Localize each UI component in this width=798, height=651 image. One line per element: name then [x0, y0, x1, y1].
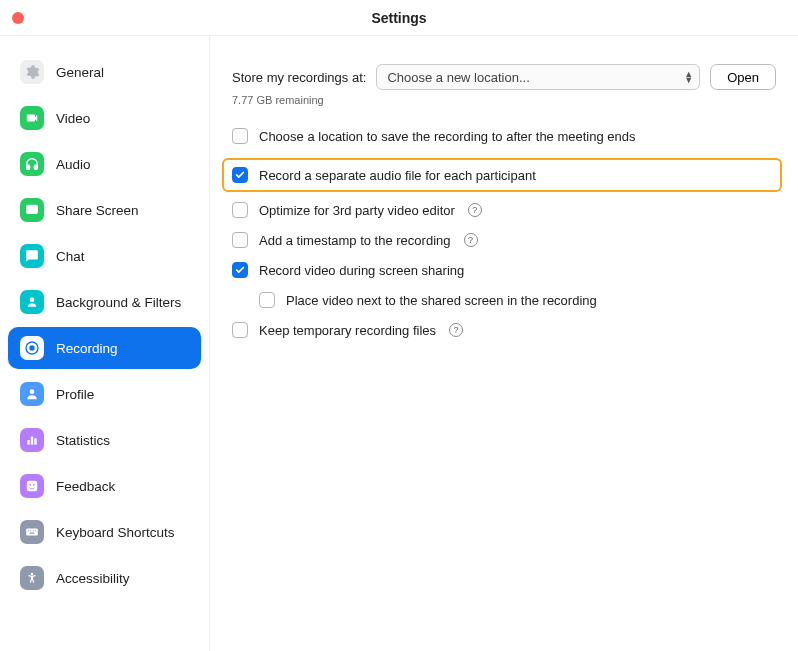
checkbox[interactable]	[232, 167, 248, 183]
option-row: Record a separate audio file for each pa…	[222, 158, 782, 192]
svg-rect-8	[27, 481, 38, 492]
svg-rect-11	[26, 529, 38, 536]
headphones-icon	[20, 152, 44, 176]
svg-point-3	[29, 345, 34, 350]
sidebar-item-share-screen[interactable]: Share Screen	[8, 189, 201, 231]
window-title: Settings	[0, 10, 798, 26]
help-icon[interactable]: ?	[449, 323, 463, 337]
svg-rect-6	[31, 437, 33, 445]
sidebar-item-label: Keyboard Shortcuts	[56, 525, 175, 540]
sidebar-item-profile[interactable]: Profile	[8, 373, 201, 415]
svg-rect-5	[27, 440, 29, 445]
checkbox[interactable]	[232, 262, 248, 278]
titlebar: Settings	[0, 0, 798, 36]
help-icon[interactable]: ?	[468, 203, 482, 217]
svg-rect-7	[34, 438, 36, 444]
main-panel: Store my recordings at: Choose a new loc…	[210, 36, 798, 651]
svg-point-10	[33, 484, 35, 486]
option-row: Record video during screen sharing	[232, 262, 776, 278]
sidebar-item-accessibility[interactable]: Accessibility	[8, 557, 201, 599]
share-screen-icon	[20, 198, 44, 222]
option-label: Choose a location to save the recording …	[259, 129, 636, 144]
option-label: Record video during screen sharing	[259, 263, 464, 278]
svg-point-17	[31, 573, 33, 575]
svg-point-4	[30, 389, 35, 394]
sidebar-item-label: Audio	[56, 157, 91, 172]
svg-point-12	[28, 530, 29, 531]
gear-icon	[20, 60, 44, 84]
checkbox[interactable]	[232, 232, 248, 248]
sidebar-item-chat[interactable]: Chat	[8, 235, 201, 277]
svg-point-1	[30, 297, 35, 302]
video-icon	[20, 106, 44, 130]
accessibility-icon	[20, 566, 44, 590]
checkbox[interactable]	[232, 202, 248, 218]
checkbox[interactable]	[259, 292, 275, 308]
background-icon	[20, 290, 44, 314]
option-row: Add a timestamp to the recording?	[232, 232, 776, 248]
checkbox[interactable]	[232, 128, 248, 144]
sidebar-item-label: Video	[56, 111, 90, 126]
sidebar-item-label: Accessibility	[56, 571, 130, 586]
sidebar-item-statistics[interactable]: Statistics	[8, 419, 201, 461]
sidebar-item-general[interactable]: General	[8, 51, 201, 93]
sidebar-item-recording[interactable]: Recording	[8, 327, 201, 369]
svg-point-13	[30, 530, 31, 531]
storage-location-dropdown[interactable]: Choose a new location... ▲▼	[376, 64, 700, 90]
checkbox[interactable]	[232, 322, 248, 338]
sidebar-item-label: Feedback	[56, 479, 115, 494]
sidebar-item-audio[interactable]: Audio	[8, 143, 201, 185]
sidebar-item-keyboard-shortcuts[interactable]: Keyboard Shortcuts	[8, 511, 201, 553]
open-button[interactable]: Open	[710, 64, 776, 90]
svg-rect-16	[30, 533, 35, 534]
help-icon[interactable]: ?	[464, 233, 478, 247]
sidebar-item-label: Recording	[56, 341, 118, 356]
sidebar-item-label: Chat	[56, 249, 85, 264]
option-label: Keep temporary recording files	[259, 323, 436, 338]
option-label: Record a separate audio file for each pa…	[259, 168, 536, 183]
sidebar-item-feedback[interactable]: Feedback	[8, 465, 201, 507]
sidebar-item-label: Background & Filters	[56, 295, 181, 310]
svg-point-9	[29, 484, 31, 486]
option-label: Add a timestamp to the recording	[259, 233, 451, 248]
dropdown-value: Choose a new location...	[387, 70, 529, 85]
recording-icon	[20, 336, 44, 360]
chevron-updown-icon: ▲▼	[684, 71, 693, 83]
svg-point-14	[33, 530, 34, 531]
sidebar-item-label: Statistics	[56, 433, 110, 448]
option-row: Place video next to the shared screen in…	[259, 292, 776, 308]
option-row: Keep temporary recording files?	[232, 322, 776, 338]
chat-icon	[20, 244, 44, 268]
close-window-button[interactable]	[12, 12, 24, 24]
sidebar-item-background-filters[interactable]: Background & Filters	[8, 281, 201, 323]
sidebar-item-video[interactable]: Video	[8, 97, 201, 139]
keyboard-icon	[20, 520, 44, 544]
storage-remaining: 7.77 GB remaining	[232, 94, 776, 106]
svg-point-15	[35, 530, 36, 531]
option-row: Choose a location to save the recording …	[232, 128, 776, 144]
profile-icon	[20, 382, 44, 406]
storage-label: Store my recordings at:	[232, 70, 366, 85]
sidebar-item-label: Share Screen	[56, 203, 139, 218]
option-row: Optimize for 3rd party video editor?	[232, 202, 776, 218]
feedback-icon	[20, 474, 44, 498]
option-label: Optimize for 3rd party video editor	[259, 203, 455, 218]
sidebar-item-label: General	[56, 65, 104, 80]
statistics-icon	[20, 428, 44, 452]
sidebar-item-label: Profile	[56, 387, 94, 402]
sidebar: GeneralVideoAudioShare ScreenChatBackgro…	[0, 36, 210, 651]
option-label: Place video next to the shared screen in…	[286, 293, 597, 308]
